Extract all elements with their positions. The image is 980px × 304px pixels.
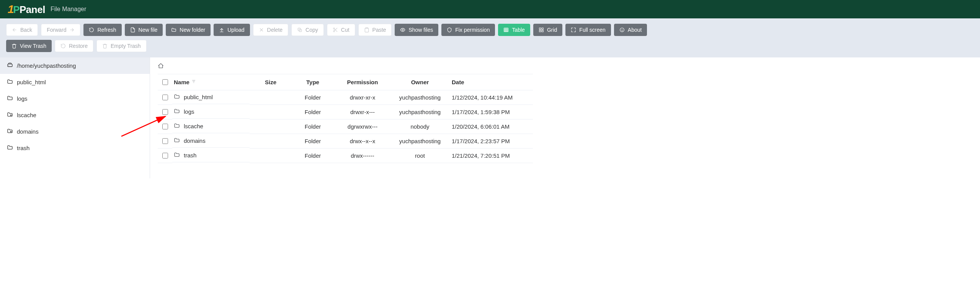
breadcrumb[interactable] [158,57,533,74]
row-date: 1/17/2024, 2:23:57 PM [449,134,533,149]
restore-label: Restore [69,43,88,49]
folder-icon [174,93,180,101]
logo-text: Panel [20,4,45,16]
toolbar: Back Forward Refresh New file New folder… [0,18,980,57]
folder-icon [174,123,180,130]
back-label: Back [20,27,32,33]
new-file-label: New file [139,27,158,33]
tree-item-label: trash [17,145,29,151]
arrow-right-icon [69,27,75,33]
upload-icon [219,27,224,33]
paste-button[interactable]: Paste [358,24,392,36]
folder-icon [7,95,13,102]
fullscreen-button[interactable]: Full screen [565,24,611,36]
show-files-label: Show files [408,27,433,33]
folder-icon [174,108,180,115]
select-all-checkbox[interactable] [162,79,168,85]
row-checkbox[interactable] [162,95,168,100]
col-permission[interactable]: Permission [347,79,378,85]
topbar: 1PPanel File Manager [0,0,980,18]
svg-rect-12 [8,64,12,67]
col-type[interactable]: Type [306,79,319,85]
table-view-button[interactable]: Table [498,24,530,36]
restore-button[interactable]: Restore [55,40,93,52]
col-size[interactable]: Size [265,79,276,85]
tree-root[interactable]: /home/yuchpasthosting [0,57,150,74]
about-button[interactable]: About [614,24,647,36]
table-row[interactable]: public_htmlFolderdrwxr-xr-xyuchpasthosti… [158,90,533,105]
svg-rect-9 [539,30,541,32]
table-row[interactable]: domainsFolderdrwx--x--xyuchpasthosting1/… [158,134,533,149]
folder-icon [171,27,176,33]
copy-button[interactable]: Copy [291,24,324,36]
paste-label: Paste [372,27,386,33]
home-icon [158,64,164,70]
info-icon [619,27,625,33]
row-name: lscache [184,123,203,129]
row-date: 1/20/2024, 6:06:01 AM [449,119,533,134]
trash-icon [102,43,108,49]
row-type: Folder [292,149,334,163]
back-button[interactable]: Back [6,24,38,36]
table-row[interactable]: trashFolderdrwx------root1/21/2024, 7:20… [158,149,533,163]
row-owner: yuchpasthosting [391,90,449,105]
row-checkbox[interactable] [162,109,168,115]
row-type: Folder [292,134,334,149]
upload-button[interactable]: Upload [214,24,250,36]
show-files-button[interactable]: Show files [395,24,438,36]
table-view-label: Table [512,27,524,33]
svg-point-5 [402,29,404,31]
history-icon [60,43,66,49]
sort-icon[interactable] [191,79,196,85]
tree-item-lscache[interactable]: lscache [0,107,150,123]
col-date[interactable]: Date [452,79,464,85]
tree-item-label: logs [17,95,28,102]
grid-view-button[interactable]: Grid [533,24,562,36]
folder-icon [174,152,180,159]
col-name[interactable]: Name [174,79,189,85]
svg-rect-10 [542,30,543,32]
tree-item-label: domains [17,128,39,135]
delete-button[interactable]: Delete [253,24,288,36]
row-size [250,90,292,105]
arrow-left-icon [12,27,17,33]
row-name: trash [184,152,196,159]
tree-item-public-html[interactable]: public_html [0,74,150,90]
tree-item-trash[interactable]: trash [0,140,150,156]
eye-icon [400,27,405,33]
row-checkbox[interactable] [162,138,168,144]
view-trash-button[interactable]: View Trash [6,40,52,52]
row-size [250,134,292,149]
row-permission: dgrwxrwx--- [334,119,391,134]
tree-root-label: /home/yuchpasthosting [17,62,76,69]
new-file-button[interactable]: New file [125,24,163,36]
row-size [250,119,292,134]
refresh-button[interactable]: Refresh [83,24,121,36]
row-size [250,149,292,163]
fix-permission-button[interactable]: Fix permission [441,24,495,36]
forward-label: Forward [47,27,66,33]
new-folder-button[interactable]: New folder [166,24,211,36]
row-checkbox[interactable] [162,124,168,129]
svg-rect-8 [542,28,543,29]
folder-arrow-icon [7,128,13,135]
row-owner: nobody [391,119,449,134]
table-icon [503,27,509,33]
file-listing: Name Size Type Permission Owner Date pub… [150,57,541,178]
row-checkbox[interactable] [162,153,168,159]
tree-item-logs[interactable]: logs [0,90,150,107]
table-row[interactable]: lscacheFolderdgrwxrwx---nobody1/20/2024,… [158,119,533,134]
tree-item-domains[interactable]: domains [0,123,150,140]
row-date: 1/17/2024, 1:59:38 PM [449,105,533,119]
cut-button[interactable]: Cut [327,24,355,36]
forward-button[interactable]: Forward [41,24,80,36]
grid-icon [539,27,544,33]
col-owner[interactable]: Owner [411,79,429,85]
row-type: Folder [292,90,334,105]
grid-view-label: Grid [547,27,557,33]
empty-trash-button[interactable]: Empty Trash [96,40,147,52]
row-owner: yuchpasthosting [391,134,449,149]
table-row[interactable]: logsFolderdrwxr-x---yuchpasthosting1/17/… [158,105,533,119]
app-logo: 1PPanel [8,3,45,16]
svg-rect-4 [366,28,368,28]
